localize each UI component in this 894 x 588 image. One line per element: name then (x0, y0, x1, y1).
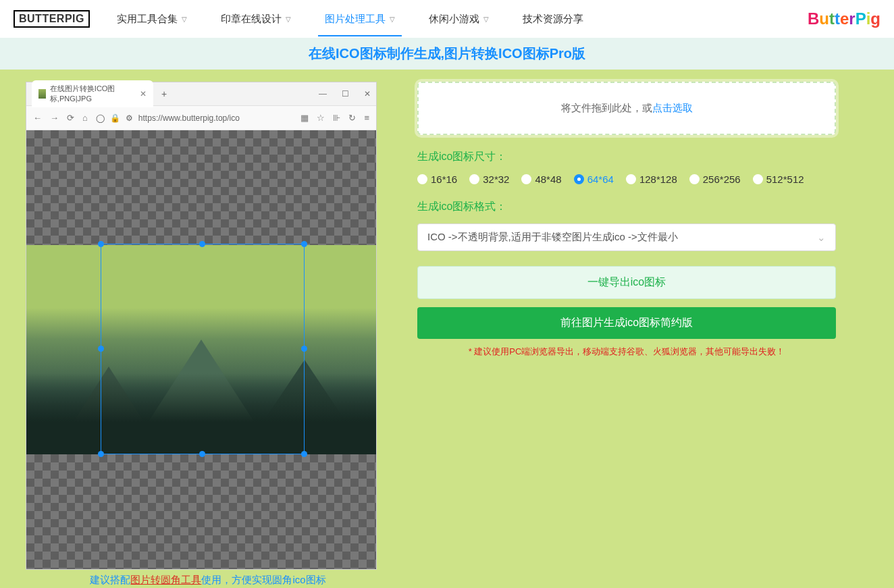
radio-icon (417, 174, 427, 184)
browser-addressbar: ← → ⟳ ⌂ ◯ 🔒 ⚙ https://www.butterpig.top/… (26, 106, 376, 130)
size-radio-16x16[interactable]: 16*16 (417, 173, 457, 185)
new-tab-button[interactable]: + (161, 88, 167, 99)
window-controls: — ☐ ✕ (319, 89, 371, 99)
close-icon[interactable]: ✕ (140, 89, 147, 99)
size-radio-32x32[interactable]: 32*32 (469, 173, 509, 185)
drop-text: 将文件拖到此处，或 (561, 102, 652, 113)
reload-icon[interactable]: ⟳ (67, 113, 74, 123)
radio-label: 256*256 (703, 173, 741, 185)
controls-column: 将文件拖到此处，或点击选取 生成ico图标尺寸： 16*1632*3248*48… (417, 82, 836, 587)
nav-label: 休闲小游戏 (429, 13, 479, 26)
hint-text: 建议搭配图片转圆角工具使用，方便实现圆角ico图标 (26, 574, 390, 587)
crop-handle-n[interactable] (199, 241, 205, 247)
crop-handle-w[interactable] (98, 346, 104, 352)
size-radio-64x64[interactable]: 64*64 (574, 173, 614, 185)
qr-icon[interactable]: ▦ (300, 113, 309, 123)
tab-title: 在线图片转换ICO图标,PNG|JPG (50, 84, 133, 104)
radio-label: 64*64 (587, 173, 614, 185)
size-radio-48x48[interactable]: 48*48 (521, 173, 561, 185)
radio-icon (574, 174, 584, 184)
radio-icon (626, 174, 636, 184)
nav-item-stamp[interactable]: 印章在线设计▽ (221, 2, 291, 36)
forward-icon[interactable]: → (50, 113, 59, 123)
crop-handle-nw[interactable] (98, 241, 104, 247)
close-window-icon[interactable]: ✕ (364, 89, 371, 99)
logo[interactable]: BUTTERPIG (14, 10, 90, 28)
main-content: 在线图片转换ICO图标,PNG|JPG ✕ + — ☐ ✕ ← → ⟳ ⌂ ◯ … (0, 70, 894, 588)
format-label: 生成ico图标格式： (417, 200, 836, 214)
back-icon[interactable]: ← (33, 113, 42, 123)
nav-item-games[interactable]: 休闲小游戏▽ (429, 2, 489, 36)
format-select[interactable]: ICO ->不透明背景,适用于非镂空图片生成ico ->文件最小 ⌄ (417, 223, 836, 251)
chevron-down-icon: ▽ (483, 16, 489, 23)
home-icon[interactable]: ⌂ (82, 113, 88, 123)
minimize-icon[interactable]: — (319, 89, 327, 99)
download-icon[interactable]: ↻ (348, 113, 356, 123)
crop-handle-e[interactable] (301, 346, 307, 352)
url-text: https://www.butterpig.top/ico (138, 113, 240, 123)
format-value: ICO ->不透明背景,适用于非镂空图片生成ico ->文件最小 (427, 231, 678, 244)
nav-label: 实用工具合集 (117, 13, 178, 26)
radio-label: 128*128 (639, 173, 677, 185)
maximize-icon[interactable]: ☐ (342, 89, 349, 99)
crop-handle-se[interactable] (301, 451, 307, 457)
hint-suffix: 使用，方便实现圆角ico图标 (201, 574, 325, 585)
nav-label: 技术资源分享 (523, 13, 583, 26)
radio-label: 32*32 (483, 173, 509, 185)
library-icon[interactable]: ⊪ (333, 113, 340, 123)
chevron-down-icon: ▽ (286, 16, 291, 23)
main-nav: 实用工具合集▽ 印章在线设计▽ 图片处理工具▽ 休闲小游戏▽ 技术资源分享 (117, 2, 583, 36)
star-icon[interactable]: ☆ (317, 113, 325, 123)
size-radio-256x256[interactable]: 256*256 (689, 173, 741, 185)
export-button[interactable]: 一键导出ico图标 (417, 266, 836, 299)
radio-icon (689, 174, 700, 184)
favicon-icon (38, 89, 46, 99)
brand-right: ButterPig (808, 9, 880, 28)
lock-icon: 🔒 (110, 113, 120, 123)
nav-item-image[interactable]: 图片处理工具▽ (325, 2, 395, 36)
chevron-down-icon: ▽ (182, 16, 187, 23)
chevron-down-icon: ▽ (390, 16, 395, 23)
settings-icon: ⚙ (126, 113, 133, 123)
size-radio-512x512[interactable]: 512*512 (753, 173, 804, 185)
browser-mockup: 在线图片转换ICO图标,PNG|JPG ✕ + — ☐ ✕ ← → ⟳ ⌂ ◯ … (26, 82, 377, 570)
radio-icon (469, 174, 479, 184)
radio-label: 48*48 (535, 173, 561, 185)
chevron-down-icon: ⌄ (817, 232, 826, 244)
hint-prefix: 建议搭配 (90, 574, 130, 585)
radio-icon (521, 174, 531, 184)
crop-handle-s[interactable] (199, 451, 205, 457)
drop-link[interactable]: 点击选取 (652, 102, 693, 113)
size-radio-128x128[interactable]: 128*128 (626, 173, 677, 185)
radio-icon (753, 174, 763, 184)
url-field[interactable]: ◯ 🔒 ⚙ https://www.butterpig.top/ico (96, 113, 293, 123)
preview-column: 在线图片转换ICO图标,PNG|JPG ✕ + — ☐ ✕ ← → ⟳ ⌂ ◯ … (26, 82, 390, 587)
radio-label: 16*16 (431, 173, 457, 185)
size-radio-group: 16*1632*3248*4864*64128*128256*256512*51… (417, 173, 836, 185)
browser-tab[interactable]: 在线图片转换ICO图标,PNG|JPG ✕ (32, 80, 153, 107)
size-label: 生成ico图标尺寸： (417, 150, 836, 164)
nav-item-tools[interactable]: 实用工具合集▽ (117, 2, 187, 36)
crop-handle-sw[interactable] (98, 451, 104, 457)
page-title: 在线ICO图标制作生成,图片转换ICO图标Pro版 (0, 38, 894, 70)
simple-version-button[interactable]: 前往图片生成ico图标简约版 (417, 307, 836, 339)
top-header: BUTTERPIG 实用工具合集▽ 印章在线设计▽ 图片处理工具▽ 休闲小游戏▽… (0, 0, 894, 38)
browser-tabbar: 在线图片转换ICO图标,PNG|JPG ✕ + — ☐ ✕ (26, 82, 376, 106)
radio-label: 512*512 (766, 173, 804, 185)
nav-item-resources[interactable]: 技术资源分享 (523, 2, 583, 36)
nav-label: 印章在线设计 (221, 13, 282, 26)
crop-selection[interactable] (101, 244, 305, 454)
hint-link[interactable]: 图片转圆角工具 (130, 574, 201, 585)
nav-label: 图片处理工具 (325, 13, 386, 26)
warning-text: * 建议使用PC端浏览器导出，移动端支持谷歌、火狐浏览器，其他可能导出失败！ (417, 346, 836, 358)
shield-icon: ◯ (96, 113, 105, 123)
dropzone[interactable]: 将文件拖到此处，或点击选取 (417, 82, 836, 135)
menu-icon[interactable]: ≡ (364, 113, 369, 123)
image-canvas[interactable] (26, 130, 376, 569)
crop-handle-ne[interactable] (301, 241, 307, 247)
